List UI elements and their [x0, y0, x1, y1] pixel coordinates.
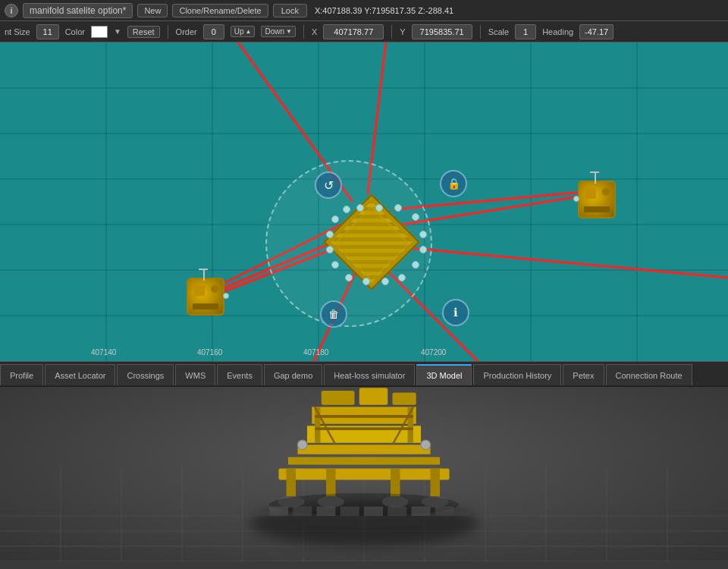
conn-dot-3 [394, 204, 402, 212]
conn-dot-1 [356, 204, 364, 212]
order-input[interactable] [203, 24, 224, 39]
separator [168, 25, 168, 39]
svg-rect-71 [454, 511, 472, 516]
tabs-bar: ProfileAsset LocatorCrossingsWMSEventsGa… [0, 361, 728, 385]
separator2 [303, 25, 304, 39]
conn-dot-12 [331, 261, 339, 269]
option-label: manifold satelite option* [23, 3, 133, 18]
heading-input[interactable] [579, 24, 613, 39]
top-toolbar: i manifold satelite option* New Clone/Re… [0, 0, 728, 21]
grid-label-4: 407200 [421, 348, 446, 357]
reset-button[interactable]: Reset [127, 26, 160, 38]
order-label: Order [176, 27, 197, 36]
rotate-action-icon[interactable]: ↺ [315, 171, 342, 199]
conn-dot-6 [419, 246, 427, 253]
grid-label-1: 407140 [91, 348, 116, 357]
svg-line-12 [368, 42, 387, 194]
svg-rect-68 [412, 507, 431, 517]
tab-petex[interactable]: Petex [563, 364, 604, 385]
svg-line-14 [402, 247, 728, 278]
tab-profile[interactable]: Profile [0, 364, 43, 385]
map-area[interactable]: ↺ 🔒 🗑 ℹ 40714 [0, 42, 728, 361]
svg-rect-51 [359, 388, 388, 405]
lock-action-icon[interactable]: 🔒 [440, 170, 467, 197]
svg-rect-65 [340, 507, 359, 517]
conn-dot-15 [331, 215, 339, 223]
conn-dot-8 [398, 274, 406, 281]
second-toolbar: nt Size Color ▼ Reset Order Up ▲ Down ▼ … [0, 21, 728, 42]
svg-rect-72 [281, 514, 297, 517]
grid-label-2: 407160 [197, 348, 222, 357]
trash-action-icon[interactable]: 🗑 [320, 300, 347, 328]
svg-rect-67 [388, 507, 406, 517]
tab-production-history[interactable]: Production History [473, 364, 561, 385]
svg-rect-50 [322, 391, 355, 405]
color-dropdown-arrow[interactable]: ▼ [114, 27, 121, 36]
svg-rect-38 [288, 457, 440, 465]
tab-gap-demo[interactable]: Gap demo [264, 364, 322, 385]
conn-dot-7 [412, 261, 419, 269]
color-label: Color [65, 27, 85, 36]
color-swatch[interactable] [91, 26, 108, 38]
left-remote-node[interactable] [187, 278, 224, 316]
down-label: Down [265, 27, 284, 36]
tab-crossings[interactable]: Crossings [117, 364, 174, 385]
conn-dot-11 [345, 274, 353, 281]
y-input[interactable] [412, 24, 472, 39]
svg-rect-37 [279, 469, 450, 480]
manifold-detail [334, 206, 410, 281]
x-input[interactable] [323, 24, 384, 39]
3d-structure [273, 385, 455, 516]
conn-dot-5 [419, 231, 427, 238]
info-action-icon[interactable]: ℹ [442, 299, 469, 326]
up-icon: ▲ [246, 28, 252, 35]
coords-display: X:407188.39 Y:7195817.35 Z:-288.41 [315, 6, 453, 15]
conn-dot-13 [326, 246, 334, 253]
conn-dot-14 [326, 231, 334, 238]
svg-rect-70 [255, 511, 272, 516]
svg-line-20 [212, 238, 343, 293]
conn-dot-2 [375, 204, 383, 212]
tab-connection-route[interactable]: Connection Route [606, 364, 692, 385]
y-label: Y [400, 27, 405, 36]
clone-button[interactable]: Clone/Rename/Delete [172, 4, 268, 17]
svg-line-15 [379, 262, 493, 361]
conn-dot-4 [412, 213, 419, 221]
svg-point-59 [298, 440, 308, 450]
svg-line-21 [402, 194, 594, 225]
conn-dot-16 [343, 206, 350, 213]
conn-dot-10 [362, 278, 370, 285]
heading-label: Heading [542, 27, 573, 36]
svg-rect-39 [298, 445, 431, 454]
svg-rect-66 [364, 507, 383, 517]
rotate-icon: ↺ [324, 178, 334, 193]
tab-3d-model[interactable]: 3D Model [416, 364, 472, 385]
svg-rect-73 [431, 514, 446, 517]
svg-rect-52 [393, 393, 416, 405]
info-button[interactable]: i [5, 4, 18, 17]
new-button[interactable]: New [137, 4, 168, 17]
tab-asset-locator[interactable]: Asset Locator [45, 364, 115, 385]
separator3 [391, 25, 392, 39]
pt-size-input[interactable] [36, 24, 59, 39]
tab-wms[interactable]: WMS [175, 364, 215, 385]
up-label: Up [234, 27, 244, 36]
scale-label: Scale [488, 27, 510, 36]
separator4 [480, 25, 481, 39]
svg-line-18 [205, 225, 341, 293]
down-button[interactable]: Down ▼ [261, 26, 296, 37]
tab-events[interactable]: Events [217, 364, 262, 385]
view3d-area[interactable] [0, 385, 728, 561]
up-button[interactable]: Up ▲ [231, 26, 256, 37]
trash-icon: 🗑 [328, 308, 339, 320]
lock-button[interactable]: Lock [273, 4, 307, 17]
right-remote-node[interactable] [578, 181, 616, 218]
tab-heat-loss[interactable]: Heat-loss simulator [324, 364, 415, 385]
svg-point-60 [421, 440, 431, 450]
svg-line-13 [394, 190, 599, 209]
pt-size-label: nt Size [5, 27, 30, 36]
x-label: X [312, 27, 317, 36]
scale-input[interactable] [515, 24, 536, 39]
svg-rect-64 [317, 507, 336, 517]
lock-icon: 🔒 [447, 178, 460, 190]
